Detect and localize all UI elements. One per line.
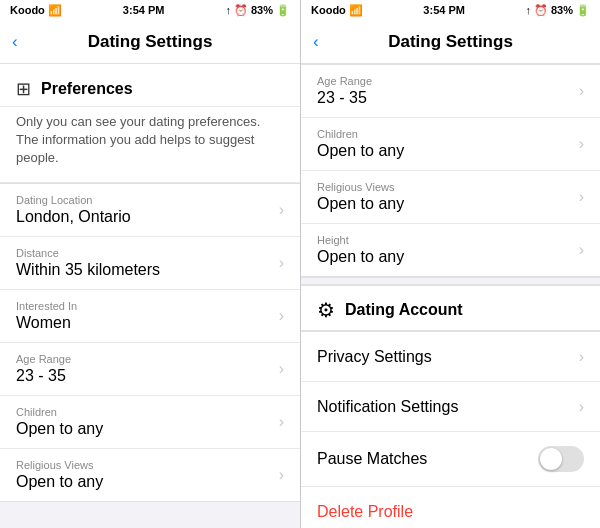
pause-matches-toggle[interactable] bbox=[538, 446, 584, 472]
height-value-right: Open to any bbox=[317, 248, 571, 266]
chevron-children-left: › bbox=[279, 413, 284, 431]
children-label-right: Children bbox=[317, 128, 571, 140]
children-label-left: Children bbox=[16, 406, 271, 418]
back-button-right[interactable]: ‹ bbox=[313, 32, 319, 52]
religious-views-row-right[interactable]: Religious Views Open to any › bbox=[301, 171, 600, 224]
chevron-dating-location: › bbox=[279, 201, 284, 219]
age-range-content-left: Age Range 23 - 35 bbox=[16, 353, 271, 385]
delete-profile-row[interactable]: Delete Profile bbox=[301, 487, 600, 528]
pause-matches-label: Pause Matches bbox=[317, 450, 427, 468]
nav-title-right: Dating Settings bbox=[388, 32, 513, 52]
alarm-icon-right: ⏰ bbox=[534, 4, 548, 17]
chevron-age-range-right: › bbox=[579, 82, 584, 100]
religious-views-value-left: Open to any bbox=[16, 473, 271, 491]
dating-location-content: Dating Location London, Ontario bbox=[16, 194, 271, 226]
age-range-label-left: Age Range bbox=[16, 353, 271, 365]
height-content-right: Height Open to any bbox=[317, 234, 571, 266]
children-row-left[interactable]: Children Open to any › bbox=[0, 396, 300, 449]
alarm-icon-left: ⏰ bbox=[234, 4, 248, 17]
privacy-settings-label: Privacy Settings bbox=[317, 348, 432, 366]
height-row-right[interactable]: Height Open to any › bbox=[301, 224, 600, 276]
status-bar-left: Koodo 📶 3:54 PM ↑ ⏰ 83% 🔋 bbox=[0, 0, 300, 20]
battery-icon-left: 🔋 bbox=[276, 4, 290, 17]
nav-bar-left: ‹ Dating Settings bbox=[0, 20, 300, 64]
preferences-icon: ⊞ bbox=[16, 78, 31, 100]
carrier-left: Koodo bbox=[10, 4, 45, 16]
chevron-children-right: › bbox=[579, 135, 584, 153]
battery-left: 83% bbox=[251, 4, 273, 16]
chevron-religious-views-right: › bbox=[579, 188, 584, 206]
children-row-right[interactable]: Children Open to any › bbox=[301, 118, 600, 171]
location-icon-right: ↑ bbox=[525, 4, 531, 16]
age-range-value-left: 23 - 35 bbox=[16, 367, 271, 385]
preferences-description: Only you can see your dating preferences… bbox=[0, 107, 300, 183]
notification-settings-row[interactable]: Notification Settings › bbox=[301, 382, 600, 432]
distance-value: Within 35 kilometers bbox=[16, 261, 271, 279]
status-right-right: ↑ ⏰ 83% 🔋 bbox=[525, 4, 590, 17]
children-content-left: Children Open to any bbox=[16, 406, 271, 438]
dating-location-value: London, Ontario bbox=[16, 208, 271, 226]
carrier-right: Koodo bbox=[311, 4, 346, 16]
battery-right: 83% bbox=[551, 4, 573, 16]
time-right: 3:54 PM bbox=[423, 4, 465, 16]
children-content-right: Children Open to any bbox=[317, 128, 571, 160]
age-range-label-right: Age Range bbox=[317, 75, 571, 87]
religious-views-value-right: Open to any bbox=[317, 195, 571, 213]
time-left: 3:54 PM bbox=[123, 4, 165, 16]
religious-views-row-left[interactable]: Religious Views Open to any › bbox=[0, 449, 300, 501]
preferences-title: Preferences bbox=[41, 80, 133, 98]
religious-views-content-right: Religious Views Open to any bbox=[317, 181, 571, 213]
status-bar-right: Koodo 📶 3:54 PM ↑ ⏰ 83% 🔋 bbox=[301, 0, 600, 20]
battery-icon-right: 🔋 bbox=[576, 4, 590, 17]
chevron-religious-views-left: › bbox=[279, 466, 284, 484]
dating-account-title: Dating Account bbox=[345, 301, 463, 319]
distance-row[interactable]: Distance Within 35 kilometers › bbox=[0, 237, 300, 290]
distance-label: Distance bbox=[16, 247, 271, 259]
religious-views-label-left: Religious Views bbox=[16, 459, 271, 471]
interested-in-content: Interested In Women bbox=[16, 300, 271, 332]
gear-icon: ⚙ bbox=[317, 298, 335, 322]
status-left-right: Koodo 📶 bbox=[311, 4, 363, 17]
interested-in-value: Women bbox=[16, 314, 271, 332]
wifi-icon-right: 📶 bbox=[349, 4, 363, 17]
chevron-privacy-settings: › bbox=[579, 348, 584, 366]
chevron-height-right: › bbox=[579, 241, 584, 259]
wifi-icon-left: 📶 bbox=[48, 4, 62, 17]
location-icon-left: ↑ bbox=[225, 4, 231, 16]
age-range-row-right[interactable]: Age Range 23 - 35 › bbox=[301, 65, 600, 118]
back-button-left[interactable]: ‹ bbox=[12, 32, 18, 52]
children-value-left: Open to any bbox=[16, 420, 271, 438]
preferences-header: ⊞ Preferences bbox=[0, 64, 300, 107]
section-divider bbox=[301, 277, 600, 285]
height-label-right: Height bbox=[317, 234, 571, 246]
account-rows-group: Privacy Settings › Notification Settings… bbox=[301, 331, 600, 528]
age-range-value-right: 23 - 35 bbox=[317, 89, 571, 107]
right-panel: Koodo 📶 3:54 PM ↑ ⏰ 83% 🔋 ‹ Dating Setti… bbox=[300, 0, 600, 528]
dating-location-row[interactable]: Dating Location London, Ontario › bbox=[0, 184, 300, 237]
pause-matches-row[interactable]: Pause Matches bbox=[301, 432, 600, 487]
delete-profile-label: Delete Profile bbox=[317, 503, 413, 521]
nav-title-left: Dating Settings bbox=[88, 32, 213, 52]
interested-in-label: Interested In bbox=[16, 300, 271, 312]
toggle-knob bbox=[540, 448, 562, 470]
age-range-content-right: Age Range 23 - 35 bbox=[317, 75, 571, 107]
chevron-interested-in: › bbox=[279, 307, 284, 325]
notification-settings-label: Notification Settings bbox=[317, 398, 458, 416]
privacy-settings-row[interactable]: Privacy Settings › bbox=[301, 332, 600, 382]
status-right-left: ↑ ⏰ 83% 🔋 bbox=[225, 4, 290, 17]
dating-location-label: Dating Location bbox=[16, 194, 271, 206]
left-content: ⊞ Preferences Only you can see your dati… bbox=[0, 64, 300, 528]
chevron-notification-settings: › bbox=[579, 398, 584, 416]
left-panel: Koodo 📶 3:54 PM ↑ ⏰ 83% 🔋 ‹ Dating Setti… bbox=[0, 0, 300, 528]
distance-content: Distance Within 35 kilometers bbox=[16, 247, 271, 279]
dating-account-header: ⚙ Dating Account bbox=[301, 285, 600, 331]
chevron-distance: › bbox=[279, 254, 284, 272]
chevron-age-range-left: › bbox=[279, 360, 284, 378]
status-left: Koodo 📶 bbox=[10, 4, 62, 17]
age-range-row-left[interactable]: Age Range 23 - 35 › bbox=[0, 343, 300, 396]
interested-in-row[interactable]: Interested In Women › bbox=[0, 290, 300, 343]
religious-views-content-left: Religious Views Open to any bbox=[16, 459, 271, 491]
right-content: Age Range 23 - 35 › Children Open to any… bbox=[301, 64, 600, 528]
right-top-rows-group: Age Range 23 - 35 › Children Open to any… bbox=[301, 64, 600, 277]
children-value-right: Open to any bbox=[317, 142, 571, 160]
